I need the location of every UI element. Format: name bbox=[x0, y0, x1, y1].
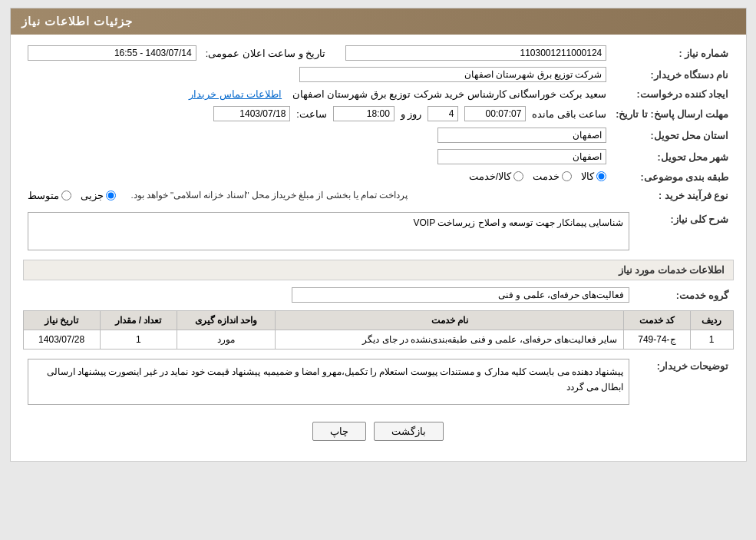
row-province: استان محل تحویل: اصفهان bbox=[23, 124, 734, 146]
purchase-radio-medium-label: متوسط bbox=[28, 190, 59, 201]
category-radio-khidmat-label: خدمت bbox=[533, 171, 560, 182]
page-container: جزئیات اطلاعات نیاز شماره نیاز : 1103001… bbox=[10, 8, 747, 462]
description-label: شرح کلی نیاز: bbox=[634, 209, 734, 253]
services-table: ردیف کد خدمت نام خدمت واحد اندازه گیری ت… bbox=[23, 310, 734, 350]
creator-value: سعید برکت خوراسگانی کارشناس خرید شرکت تو… bbox=[292, 89, 606, 100]
content-area: شماره نیاز : 1103001211000124 تاریخ و سا… bbox=[11, 35, 746, 461]
province-label: استان محل تحویل: bbox=[611, 124, 733, 146]
row-creator: ایجاد کننده درخواست: سعید برکت خوراسگانی… bbox=[23, 85, 734, 103]
city-label: شهر محل تحویل: bbox=[611, 146, 733, 167]
need-number-value: 1103001211000124 bbox=[345, 45, 606, 61]
notes-label: توضیحات خریدار: bbox=[634, 356, 734, 408]
service-group-table: گروه خدمت: فعالیت‌های حرفه‌ای، علمی و فن… bbox=[23, 284, 734, 306]
cell-service-code: ج-74-749 bbox=[624, 330, 690, 350]
category-radio-kala[interactable]: کالا bbox=[581, 171, 606, 182]
row-purchase-type: نوع فرآیند خرید : متوسط جزیی bbox=[23, 187, 734, 204]
col-row-number: ردیف bbox=[690, 311, 733, 330]
service-group-label: گروه خدمت: bbox=[634, 284, 734, 306]
creator-link[interactable]: اطلاعات تماس خریدار bbox=[189, 89, 282, 100]
category-radio-khidmat[interactable]: خدمت bbox=[533, 171, 572, 182]
category-radio-khidmat-input[interactable] bbox=[562, 171, 572, 181]
category-label: طبقه بندی موضوعی: bbox=[611, 167, 733, 187]
category-radio-group: کالا/خدمت خدمت کالا bbox=[469, 171, 606, 182]
buyer-org-value-cell: شرکت توزیع برق شهرستان اصفهان bbox=[23, 64, 612, 85]
row-city: شهر محل تحویل: اصفهان bbox=[23, 146, 734, 167]
row-description: شرح کلی نیاز: شناسایی پیمانکار جهت توسعه… bbox=[23, 209, 734, 253]
announcement-label: تاریخ و ساعت اعلان عمومی: bbox=[206, 48, 325, 59]
description-value: شناسایی پیمانکار جهت توسعه و اصلاح زیرسا… bbox=[28, 212, 629, 250]
deadline-remaining: 00:07:07 bbox=[464, 106, 526, 121]
cell-row-number: 1 bbox=[690, 330, 733, 350]
purchase-type-label: نوع فرآیند خرید : bbox=[611, 187, 733, 204]
back-button[interactable]: بازگشت bbox=[374, 422, 444, 441]
services-table-header: ردیف کد خدمت نام خدمت واحد اندازه گیری ت… bbox=[23, 311, 733, 330]
category-value-cell: کالا/خدمت خدمت کالا bbox=[23, 167, 612, 187]
announcement-value-cell: 1403/07/14 - 16:55 bbox=[23, 42, 201, 64]
row-buyer-org: نام دستگاه خریدار: شرکت توزیع برق شهرستا… bbox=[23, 64, 734, 85]
page-title: جزئیات اطلاعات نیاز bbox=[21, 15, 133, 28]
col-date: تاریخ نیاز bbox=[23, 311, 100, 330]
print-button[interactable]: چاپ bbox=[312, 422, 366, 441]
purchase-radio-medium[interactable]: متوسط bbox=[28, 190, 71, 201]
cell-date: 1403/07/28 bbox=[23, 330, 100, 350]
city-value: اصفهان bbox=[437, 149, 606, 164]
province-value-cell: اصفهان bbox=[23, 124, 612, 146]
need-number-value-cell: 1103001211000124 bbox=[341, 42, 611, 64]
page-header: جزئیات اطلاعات نیاز bbox=[11, 8, 746, 35]
row-category: طبقه بندی موضوعی: کالا/خدمت خدمت bbox=[23, 167, 734, 187]
service-group-value-cell: فعالیت‌های حرفه‌ای، علمی و فنی bbox=[23, 284, 634, 306]
table-row: 1 ج-74-749 سایر فعالیت‌های حرفه‌ای، علمی… bbox=[23, 330, 733, 350]
cell-unit: مورد bbox=[177, 330, 275, 350]
deadline-date: 1403/07/18 bbox=[213, 106, 290, 121]
col-unit: واحد اندازه گیری bbox=[177, 311, 275, 330]
notes-value-cell: پیشنهاد دهنده می بایست کلیه مدارک و مستن… bbox=[23, 356, 634, 408]
footer-buttons: بازگشت چاپ bbox=[23, 412, 734, 453]
deadline-value-cell: 1403/07/18 ساعت: 18:00 روز و 4 00:07:07 … bbox=[23, 103, 612, 124]
description-value-cell: شناسایی پیمانکار جهت توسعه و اصلاح زیرسا… bbox=[23, 209, 634, 253]
cell-qty: 1 bbox=[100, 330, 177, 350]
purchase-radio-group: متوسط جزیی bbox=[28, 190, 116, 201]
deadline-remaining-label: ساعت باقی مانده bbox=[532, 108, 606, 120]
purchase-radio-partial-label: جزیی bbox=[81, 190, 104, 201]
city-value-cell: اصفهان bbox=[23, 146, 612, 167]
category-radio-kala-khidmat-label: کالا/خدمت bbox=[469, 171, 511, 182]
row-service-group: گروه خدمت: فعالیت‌های حرفه‌ای، علمی و فن… bbox=[23, 284, 734, 306]
row-notes: توضیحات خریدار: پیشنهاد دهنده می بایست ک… bbox=[23, 356, 734, 408]
info-table: شماره نیاز : 1103001211000124 تاریخ و سا… bbox=[23, 42, 734, 204]
announcement-value: 1403/07/14 - 16:55 bbox=[28, 45, 196, 61]
category-radio-kala-label: کالا bbox=[581, 171, 594, 182]
cell-service-name: سایر فعالیت‌های حرفه‌ای، علمی و فنی طبقه… bbox=[276, 330, 624, 350]
service-group-value: فعالیت‌های حرفه‌ای، علمی و فنی bbox=[292, 287, 629, 303]
purchase-note: پرداخت تمام یا بخشی از مبلغ خریداز محل "… bbox=[131, 190, 408, 200]
services-section-header: اطلاعات خدمات مورد نیاز bbox=[23, 260, 734, 280]
deadline-label: مهلت ارسال پاسخ: تا تاریخ: bbox=[611, 103, 733, 124]
category-radio-kala-input[interactable] bbox=[596, 171, 606, 181]
purchase-radio-partial-input[interactable] bbox=[106, 190, 116, 200]
need-number-label: شماره نیاز : bbox=[611, 42, 733, 64]
deadline-time-label: ساعت: bbox=[296, 108, 326, 120]
category-radio-kala-khidmat-input[interactable] bbox=[513, 171, 523, 181]
creator-value-cell: سعید برکت خوراسگانی کارشناس خرید شرکت تو… bbox=[23, 85, 612, 103]
row-need-number: شماره نیاز : 1103001211000124 تاریخ و سا… bbox=[23, 42, 734, 64]
deadline-days-label: روز و bbox=[401, 108, 421, 120]
purchase-type-value-cell: متوسط جزیی پرداخت تمام یا بخشی از مبلغ خ… bbox=[23, 187, 612, 204]
creator-label: ایجاد کننده درخواست: bbox=[611, 85, 733, 103]
purchase-radio-partial[interactable]: جزیی bbox=[81, 190, 116, 201]
col-service-code: کد خدمت bbox=[624, 311, 690, 330]
col-qty: تعداد / مقدار bbox=[100, 311, 177, 330]
notes-value: پیشنهاد دهنده می بایست کلیه مدارک و مستن… bbox=[28, 359, 629, 405]
col-service-name: نام خدمت bbox=[276, 311, 624, 330]
announcement-label-cell: تاریخ و ساعت اعلان عمومی: bbox=[201, 42, 341, 64]
buyer-org-label: نام دستگاه خریدار: bbox=[611, 64, 733, 85]
province-value: اصفهان bbox=[437, 128, 606, 143]
deadline-days: 4 bbox=[428, 106, 458, 121]
category-radio-kala-khidmat[interactable]: کالا/خدمت bbox=[469, 171, 523, 182]
buyer-org-value: شرکت توزیع برق شهرستان اصفهان bbox=[299, 67, 606, 82]
purchase-radio-medium-input[interactable] bbox=[61, 190, 71, 200]
description-table: شرح کلی نیاز: شناسایی پیمانکار جهت توسعه… bbox=[23, 209, 734, 253]
row-deadline: مهلت ارسال پاسخ: تا تاریخ: 1403/07/18 سا… bbox=[23, 103, 734, 124]
notes-table: توضیحات خریدار: پیشنهاد دهنده می بایست ک… bbox=[23, 356, 734, 408]
deadline-time: 18:00 bbox=[333, 106, 395, 121]
